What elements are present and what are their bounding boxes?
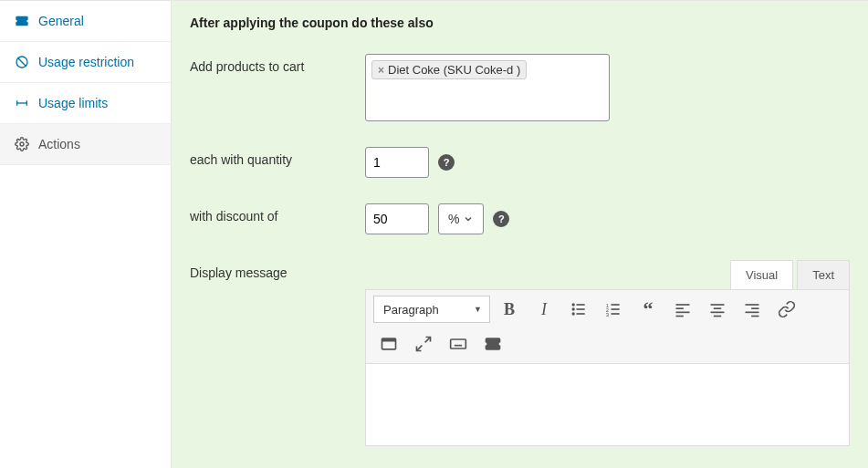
help-icon[interactable]: ? <box>438 154 455 171</box>
svg-rect-20 <box>676 312 690 314</box>
svg-rect-27 <box>751 307 758 309</box>
discount-label: with discount of <box>190 203 354 224</box>
sidebar-item-general[interactable]: General <box>0 1 171 42</box>
svg-rect-18 <box>676 304 690 306</box>
svg-point-5 <box>20 142 24 146</box>
svg-rect-13 <box>612 304 620 306</box>
remove-tag-icon[interactable]: × <box>378 64 384 77</box>
sidebar-item-label: Actions <box>38 137 80 151</box>
svg-rect-31 <box>382 338 396 341</box>
quantity-label: each with quantity <box>190 147 354 167</box>
ticket-icon <box>15 14 29 28</box>
discount-unit-label: % <box>448 212 459 226</box>
keyboard-button[interactable] <box>443 330 474 358</box>
section-title: After applying the coupon do these also <box>190 16 850 30</box>
editor-tabs: Visual Text <box>365 260 850 289</box>
limits-icon <box>15 96 29 110</box>
fullscreen-button[interactable] <box>408 330 439 358</box>
svg-rect-22 <box>711 304 725 306</box>
ban-icon <box>15 55 29 69</box>
chevron-down-icon <box>463 213 474 224</box>
svg-rect-34 <box>451 339 466 348</box>
svg-point-6 <box>572 303 575 306</box>
gear-icon <box>15 137 29 151</box>
editor-toolbar: Paragraph B I 123 “ <box>365 289 850 364</box>
link-button[interactable] <box>771 296 802 323</box>
align-center-button[interactable] <box>702 296 733 323</box>
quantity-input[interactable] <box>365 147 429 178</box>
svg-point-8 <box>572 307 575 310</box>
format-select-label: Paragraph <box>383 303 439 317</box>
tab-visual[interactable]: Visual <box>730 260 793 289</box>
svg-rect-11 <box>577 313 585 315</box>
numbered-list-button[interactable]: 123 <box>598 296 629 323</box>
align-left-button[interactable] <box>667 296 698 323</box>
svg-rect-28 <box>746 312 759 314</box>
add-products-label: Add products to cart <box>190 54 354 74</box>
format-select[interactable]: Paragraph <box>373 296 490 323</box>
insert-media-button[interactable] <box>373 330 404 358</box>
tab-text[interactable]: Text <box>797 260 850 289</box>
svg-rect-15 <box>612 308 620 310</box>
main-panel: After applying the coupon do these also … <box>172 1 868 468</box>
svg-rect-23 <box>714 307 721 309</box>
svg-rect-24 <box>711 312 725 314</box>
svg-rect-7 <box>577 304 585 306</box>
coupon-button[interactable] <box>477 330 508 358</box>
sidebar-item-label: Usage restriction <box>38 55 134 69</box>
blockquote-button[interactable]: “ <box>633 296 664 323</box>
sidebar-item-actions[interactable]: Actions <box>0 124 171 165</box>
svg-line-33 <box>417 346 423 351</box>
sidebar: General Usage restriction Usage limits A… <box>0 1 172 468</box>
product-tag: × Diet Coke (SKU Coke-d ) <box>371 60 527 79</box>
bullet-list-button[interactable] <box>563 296 594 323</box>
sidebar-item-usage-restriction[interactable]: Usage restriction <box>0 42 171 83</box>
italic-button[interactable]: I <box>528 296 559 323</box>
sidebar-item-label: Usage limits <box>38 96 108 110</box>
display-message-label: Display message <box>190 260 354 280</box>
svg-line-32 <box>425 338 431 343</box>
discount-input[interactable] <box>365 203 429 234</box>
sidebar-item-label: General <box>38 14 84 28</box>
sidebar-item-usage-limits[interactable]: Usage limits <box>0 83 171 124</box>
svg-rect-19 <box>676 307 684 309</box>
svg-point-10 <box>572 312 575 315</box>
product-tag-label: Diet Coke (SKU Coke-d ) <box>388 63 520 77</box>
svg-rect-9 <box>577 308 585 310</box>
svg-rect-29 <box>751 316 758 317</box>
editor-textarea[interactable] <box>365 364 850 446</box>
svg-line-1 <box>17 57 26 66</box>
svg-rect-17 <box>612 313 620 315</box>
help-icon[interactable]: ? <box>493 211 509 227</box>
svg-rect-21 <box>676 316 684 317</box>
discount-unit-select[interactable]: % <box>438 203 484 234</box>
add-products-input[interactable]: × Diet Coke (SKU Coke-d ) <box>365 54 610 121</box>
svg-rect-25 <box>714 316 721 317</box>
svg-rect-26 <box>746 304 759 306</box>
svg-text:3: 3 <box>606 312 609 317</box>
align-right-button[interactable] <box>737 296 768 323</box>
bold-button[interactable]: B <box>494 296 525 323</box>
